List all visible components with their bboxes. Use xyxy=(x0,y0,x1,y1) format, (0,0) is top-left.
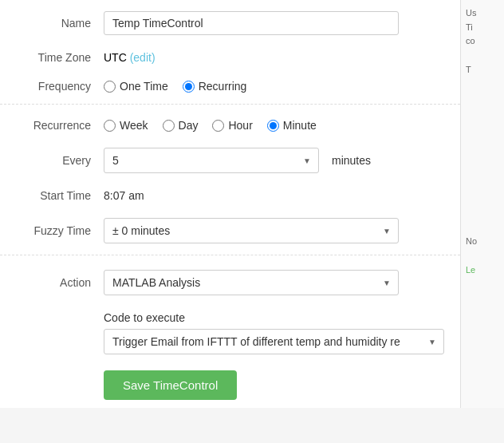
frequency-recurring-label[interactable]: Recurring xyxy=(199,80,247,93)
save-button[interactable]: Save TimeControl xyxy=(104,370,237,400)
code-select[interactable]: Trigger Email from IFTTT of different te… xyxy=(104,329,444,354)
fuzzy-time-value[interactable]: ± 0 minutes ± 1 minutes ± 5 minutes ± 10… xyxy=(104,218,444,243)
name-row: Name xyxy=(0,0,460,43)
frequency-one-time[interactable]: One Time xyxy=(104,80,168,93)
action-label: Action xyxy=(16,276,104,289)
timezone-label: Time Zone xyxy=(16,51,104,64)
code-select-wrapper-outer: Trigger Email from IFTTT of different te… xyxy=(104,329,444,354)
recurrence-day-label[interactable]: Day xyxy=(179,119,199,132)
side-panel: Us Ti co T No Le xyxy=(460,0,504,408)
timezone-row: Time Zone UTC (edit) xyxy=(0,43,460,72)
recurrence-day[interactable]: Day xyxy=(163,119,199,132)
code-select-wrapper: Trigger Email from IFTTT of different te… xyxy=(104,329,444,354)
recurrence-week-radio[interactable] xyxy=(104,120,116,132)
recurrence-hour-radio[interactable] xyxy=(212,120,224,132)
minutes-suffix: minutes xyxy=(332,154,371,167)
frequency-row: Frequency One Time Recurring xyxy=(0,72,460,105)
every-select[interactable]: 1 2 3 4 5 10 15 20 30 xyxy=(104,148,319,173)
recurrence-minute-radio[interactable] xyxy=(267,120,279,132)
fuzzy-time-row: Fuzzy Time ± 0 minutes ± 1 minutes ± 5 m… xyxy=(0,210,460,255)
side-text-1: Us Ti co xyxy=(466,6,499,49)
name-label: Name xyxy=(16,17,104,30)
side-text-2: T xyxy=(466,63,499,77)
frequency-label: Frequency xyxy=(16,80,104,93)
recurrence-options: Week Day Hour Minute xyxy=(104,119,444,132)
recurrence-minute[interactable]: Minute xyxy=(267,119,317,132)
frequency-recurring-radio[interactable] xyxy=(183,81,195,93)
frequency-one-time-label[interactable]: One Time xyxy=(120,80,168,93)
frequency-recurring[interactable]: Recurring xyxy=(183,80,247,93)
recurrence-hour[interactable]: Hour xyxy=(212,119,252,132)
recurrence-day-radio[interactable] xyxy=(163,120,175,132)
recurrence-hour-label[interactable]: Hour xyxy=(228,119,252,132)
recurrence-minute-label[interactable]: Minute xyxy=(283,119,317,132)
timezone-value: UTC (edit) xyxy=(104,51,444,64)
save-section: Save TimeControl xyxy=(0,366,460,408)
action-select-wrapper: MATLAB Analysis Send Email HTTP Request xyxy=(104,270,399,295)
action-value[interactable]: MATLAB Analysis Send Email HTTP Request xyxy=(104,270,444,295)
frequency-one-time-radio[interactable] xyxy=(104,81,116,93)
every-select-wrapper: 1 2 3 4 5 10 15 20 30 xyxy=(104,148,319,173)
recurrence-week-label[interactable]: Week xyxy=(120,119,148,132)
name-input[interactable] xyxy=(104,11,399,35)
recurrence-week[interactable]: Week xyxy=(104,119,148,132)
action-row: Action MATLAB Analysis Send Email HTTP R… xyxy=(0,259,460,303)
fuzzy-time-label: Fuzzy Time xyxy=(16,224,104,237)
start-time-value: 8:07 am xyxy=(104,189,444,202)
code-section: Code to execute Trigger Email from IFTTT… xyxy=(0,311,460,354)
fuzzy-time-select[interactable]: ± 0 minutes ± 1 minutes ± 5 minutes ± 10… xyxy=(104,218,399,243)
timezone-edit-link[interactable]: (edit) xyxy=(130,51,156,64)
code-label: Code to execute xyxy=(104,311,460,324)
start-time-label: Start Time xyxy=(16,189,104,202)
every-value: 1 2 3 4 5 10 15 20 30 minutes xyxy=(104,148,444,173)
side-text-6: Le xyxy=(466,263,499,278)
side-link[interactable]: Le xyxy=(466,265,475,275)
recurrence-row: Recurrence Week Day Hour Minute xyxy=(0,108,460,140)
start-time-row: Start Time 8:07 am xyxy=(0,181,460,210)
side-text-5: No xyxy=(466,235,499,249)
timezone-text: UTC xyxy=(104,51,127,64)
every-label: Every xyxy=(16,154,104,167)
name-value[interactable] xyxy=(104,11,444,35)
fuzzy-time-select-wrapper: ± 0 minutes ± 1 minutes ± 5 minutes ± 10… xyxy=(104,218,399,243)
start-time-text: 8:07 am xyxy=(104,189,144,202)
every-row: Every 1 2 3 4 5 10 15 20 30 minutes xyxy=(0,140,460,181)
frequency-options: One Time Recurring xyxy=(104,80,444,93)
recurrence-label: Recurrence xyxy=(16,119,104,132)
action-select[interactable]: MATLAB Analysis Send Email HTTP Request xyxy=(104,270,399,295)
